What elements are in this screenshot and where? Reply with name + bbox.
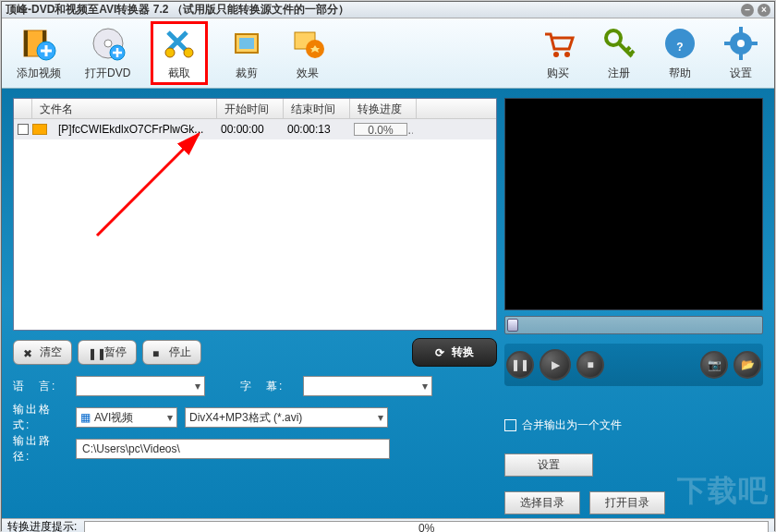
gear-icon — [722, 25, 759, 62]
svg-point-7 — [165, 48, 175, 57]
svg-rect-23 — [750, 42, 758, 45]
toolbar-label: 裁剪 — [236, 66, 258, 81]
row-checkbox[interactable] — [18, 124, 29, 135]
svg-point-14 — [564, 52, 570, 57]
status-label: 转换进度提示: — [7, 519, 77, 532]
slider-thumb[interactable] — [507, 319, 518, 332]
chevron-down-icon: ▾ — [195, 380, 200, 393]
minimize-button[interactable]: – — [741, 4, 754, 17]
language-label: 语 言: — [13, 379, 68, 394]
x-icon: ✖ — [23, 347, 34, 358]
file-list[interactable]: 文件名 开始时间 结束时间 转换进度 [P]fcCWIEkdlxO7CFrPlw… — [13, 98, 497, 331]
col-progress[interactable]: 转换进度 — [350, 99, 417, 118]
effect-button[interactable]: 效果 — [285, 21, 330, 85]
svg-rect-22 — [724, 42, 732, 45]
merge-checkbox-row[interactable]: 合并输出为一个文件 — [504, 417, 763, 433]
capture-button[interactable]: 截取 — [151, 21, 208, 85]
titlebar: 顶峰-DVD和视频至AVI转换器 7.2 （试用版只能转换源文件的一部分） – … — [2, 2, 774, 18]
main-toolbar: 添加视频 打开DVD 截取 裁剪 效果 购买 — [2, 18, 774, 89]
snapshot-button[interactable]: 📷 — [700, 351, 728, 379]
main-content: 文件名 开始时间 结束时间 转换进度 [P]fcCWIEkdlxO7CFrPlw… — [2, 89, 774, 518]
col-filename[interactable]: 文件名 — [32, 99, 217, 118]
dvd-icon — [90, 25, 127, 62]
annotation-arrow — [88, 125, 236, 245]
toolbar-label: 设置 — [730, 66, 752, 81]
svg-rect-1 — [24, 30, 28, 56]
key-icon — [600, 25, 637, 62]
help-icon: ? — [661, 25, 698, 62]
pause-button[interactable]: ❚❚暂停 — [78, 340, 137, 365]
svg-point-13 — [553, 52, 559, 57]
format-label: 输出格式: — [13, 402, 68, 433]
video-preview — [504, 98, 763, 310]
open-dir-button[interactable]: 打开目录 — [589, 491, 665, 514]
table-header: 文件名 开始时间 结束时间 转换进度 — [14, 99, 496, 119]
stop-button[interactable]: ■停止 — [142, 340, 201, 365]
svg-line-24 — [97, 134, 199, 236]
col-end[interactable]: 结束时间 — [284, 99, 350, 118]
settings-button[interactable]: 设置 — [719, 21, 763, 85]
svg-point-5 — [104, 40, 112, 47]
table-row[interactable]: [P]fcCWIEkdlxO7CFrPlwGk... 00:00:00 00:0… — [14, 119, 496, 139]
chevron-down-icon: ▾ — [422, 380, 428, 393]
subtitle-label: 字 幕: — [240, 379, 296, 394]
player-pause-button[interactable]: ❚❚ — [506, 351, 534, 379]
scissors-icon — [161, 25, 198, 62]
toolbar-label: 效果 — [297, 66, 319, 81]
svg-text:?: ? — [676, 41, 683, 54]
svg-point-15 — [606, 30, 621, 45]
buy-button[interactable]: 购买 — [536, 21, 580, 85]
pause-icon: ❚❚ — [88, 347, 99, 358]
open-dvd-button[interactable]: 打开DVD — [81, 21, 134, 85]
add-video-button[interactable]: 添加视频 — [13, 21, 65, 85]
svg-rect-21 — [739, 53, 743, 60]
statusbar: 转换进度提示: 0% — [2, 518, 774, 532]
cart-icon — [540, 25, 576, 62]
cell-end: 00:00:13 — [280, 120, 346, 139]
refresh-icon: ⟳ — [435, 346, 444, 359]
svg-point-19 — [737, 40, 745, 47]
film-thumb-icon — [32, 124, 47, 135]
browse-dir-button[interactable]: 选择目录 — [504, 491, 580, 514]
col-start[interactable]: 开始时间 — [217, 99, 284, 118]
seek-slider[interactable] — [504, 316, 763, 334]
player-stop-button[interactable]: ■ — [576, 351, 604, 379]
status-progress: 0% — [84, 521, 769, 533]
merge-label: 合并输出为一个文件 — [522, 417, 622, 433]
toolbar-label: 购买 — [547, 66, 569, 81]
open-folder-button[interactable]: 📂 — [734, 351, 761, 379]
toolbar-label: 注册 — [608, 66, 630, 81]
help-button[interactable]: ? 帮助 — [658, 21, 702, 85]
language-select[interactable]: ▾ — [76, 376, 205, 396]
svg-point-8 — [184, 48, 193, 57]
window-title: 顶峰-DVD和视频至AVI转换器 7.2 （试用版只能转换源文件的一部分） — [6, 2, 741, 18]
toolbar-label: 帮助 — [669, 66, 691, 81]
merge-checkbox[interactable] — [504, 419, 516, 431]
format-settings-button[interactable]: 设置 — [504, 453, 593, 477]
stop-icon: ■ — [152, 347, 164, 358]
clear-button[interactable]: ✖清空 — [13, 340, 72, 365]
close-button[interactable]: × — [758, 4, 770, 17]
format-detail-select[interactable]: DivX4+MP3格式 (*.avi)▾ — [185, 407, 388, 428]
player-play-button[interactable]: ▶ — [540, 349, 571, 381]
svg-rect-20 — [739, 27, 743, 34]
cell-filename: [P]fcCWIEkdlxO7CFrPlwGk... — [51, 120, 213, 139]
crop-icon — [228, 25, 265, 62]
effect-icon — [289, 25, 326, 62]
toolbar-label: 添加视频 — [17, 66, 61, 81]
format-type-select[interactable]: ▦AVI视频▾ — [76, 407, 177, 428]
convert-button[interactable]: ⟳转换 — [412, 338, 497, 367]
film-plus-icon — [20, 25, 57, 62]
subtitle-select[interactable]: ▾ — [303, 376, 432, 396]
cell-start: 00:00:00 — [213, 120, 280, 139]
output-path-label: 输出路径: — [13, 433, 68, 465]
register-button[interactable]: 注册 — [597, 21, 641, 85]
chevron-down-icon: ▾ — [378, 411, 383, 424]
crop-button[interactable]: 裁剪 — [224, 21, 269, 85]
cell-progress: 0.0% — [346, 120, 413, 139]
output-path-input[interactable]: C:\Users\pc\Videos\ — [76, 439, 390, 459]
chevron-down-icon: ▾ — [167, 411, 173, 424]
svg-rect-10 — [239, 38, 254, 49]
toolbar-label: 截取 — [168, 66, 190, 81]
toolbar-label: 打开DVD — [85, 66, 130, 81]
